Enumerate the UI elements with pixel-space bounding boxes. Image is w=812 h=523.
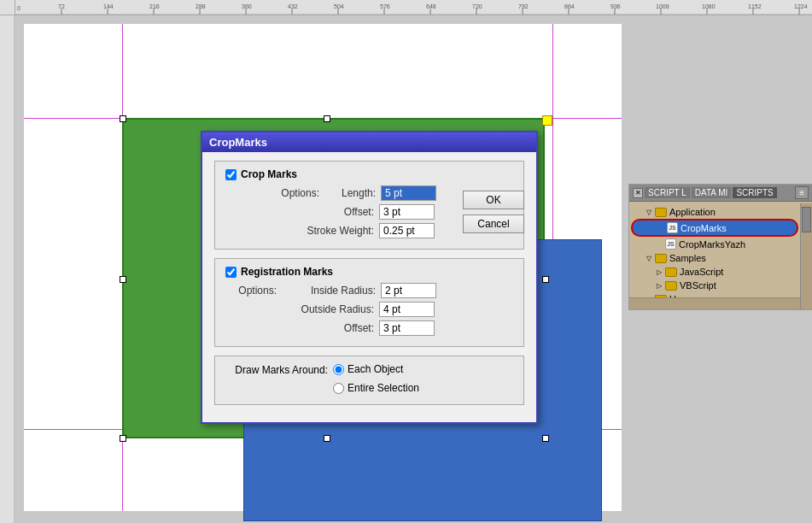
vbscript-label: VBScript bbox=[680, 280, 716, 291]
tree-item-cropmarksyazh[interactable]: JS CropMarksYazh bbox=[631, 237, 798, 251]
script-icon-cropmarksyazh: JS bbox=[665, 238, 676, 250]
folder-icon-samples bbox=[655, 254, 667, 263]
dialog-buttons: OK Cancel bbox=[463, 191, 524, 233]
script-panel-menu-button[interactable]: ≡ bbox=[795, 186, 809, 199]
dialog-titlebar: CropMarks bbox=[202, 132, 536, 152]
options-label: Options: bbox=[225, 187, 319, 199]
tree-item-javascript[interactable]: ▷ JavaScript bbox=[631, 265, 798, 279]
tab-scripts[interactable]: SCRIPTS bbox=[733, 187, 776, 198]
crop-marks-checkbox[interactable] bbox=[225, 169, 237, 180]
handle-tm bbox=[324, 115, 330, 122]
ruler-corner bbox=[0, 0, 15, 15]
svg-text:216: 216 bbox=[149, 3, 160, 9]
outside-radius-row: Outside Radius: bbox=[225, 302, 513, 317]
dialog-title: CropMarks bbox=[209, 136, 267, 149]
svg-text:360: 360 bbox=[242, 3, 252, 9]
tree-arrow-javascript: ▷ bbox=[655, 267, 663, 276]
handle-bm bbox=[324, 435, 330, 442]
handle-bl bbox=[120, 435, 126, 442]
svg-text:504: 504 bbox=[334, 3, 344, 9]
scrollbar-v[interactable] bbox=[800, 203, 812, 309]
draw-marks-row: Draw Marks Around: Each Object Entire Se… bbox=[225, 363, 513, 397]
svg-text:576: 576 bbox=[380, 3, 390, 9]
canvas-area: CropMarks OK Cancel Crop Marks bbox=[15, 15, 812, 523]
draw-marks-label: Draw Marks Around: bbox=[225, 364, 328, 376]
tree-item-samples[interactable]: ▽ Samples bbox=[631, 251, 798, 265]
svg-text:1008: 1008 bbox=[656, 3, 669, 9]
tree-arrow-cropmarksyazh bbox=[655, 240, 663, 249]
inside-radius-input[interactable] bbox=[381, 283, 436, 298]
script-icon-cropmarks: JS bbox=[667, 222, 678, 233]
tab-script-l[interactable]: SCRIPT L bbox=[645, 187, 690, 198]
entire-selection-label: Entire Selection bbox=[348, 382, 419, 394]
script-panel-close-button[interactable]: ✕ bbox=[633, 188, 643, 198]
tree-area: ▽ Application JS CropMarks JS CropMarksY… bbox=[629, 202, 812, 309]
ok-button[interactable]: OK bbox=[463, 191, 524, 209]
reg-offset-row: Offset: bbox=[225, 320, 513, 336]
script-panel: ✕ SCRIPT L DATA MI SCRIPTS ≡ ▽ Applicati… bbox=[628, 184, 812, 310]
script-panel-header: ✕ SCRIPT L DATA MI SCRIPTS ≡ bbox=[629, 185, 812, 202]
length-input[interactable] bbox=[381, 185, 436, 201]
svg-text:432: 432 bbox=[288, 3, 298, 9]
reg-offset-label: Offset: bbox=[225, 322, 374, 334]
scrollbar-thumb[interactable] bbox=[802, 207, 811, 232]
javascript-label: JavaScript bbox=[680, 267, 723, 277]
inside-radius-row: Options: Inside Radius: bbox=[225, 283, 513, 298]
scroll-bottom-bar bbox=[629, 297, 800, 309]
yellow-indicator bbox=[542, 115, 552, 126]
svg-text:1152: 1152 bbox=[748, 3, 762, 9]
tree-item-cropmarks[interactable]: JS CropMarks bbox=[631, 219, 798, 237]
stroke-weight-input[interactable] bbox=[379, 223, 435, 238]
registration-marks-checkbox[interactable] bbox=[225, 267, 237, 278]
handle-mr bbox=[542, 276, 549, 283]
svg-rect-0 bbox=[15, 0, 812, 15]
tree-arrow-vbscript: ▷ bbox=[655, 281, 663, 290]
handle-ml bbox=[120, 276, 126, 283]
entire-selection-row: Entire Selection bbox=[333, 382, 419, 394]
registration-marks-header: Registration Marks bbox=[225, 266, 513, 278]
page: CropMarks OK Cancel Crop Marks bbox=[24, 24, 622, 511]
tab-data-mi[interactable]: DATA MI bbox=[692, 187, 732, 198]
registration-marks-label: Registration Marks bbox=[241, 266, 333, 278]
application-label: Application bbox=[669, 207, 716, 217]
svg-text:0: 0 bbox=[17, 5, 20, 11]
length-label: Length: bbox=[324, 187, 376, 199]
tree-item-application[interactable]: ▽ Application bbox=[631, 205, 798, 219]
svg-text:288: 288 bbox=[196, 3, 206, 9]
cropmarks-dialog: CropMarks OK Cancel Crop Marks bbox=[201, 131, 538, 424]
tree-arrow-samples: ▽ bbox=[645, 254, 653, 262]
offset-label: Offset: bbox=[225, 206, 374, 218]
each-object-label: Each Object bbox=[348, 363, 403, 375]
entire-selection-radio[interactable] bbox=[333, 383, 344, 394]
samples-label: Samples bbox=[669, 253, 706, 263]
outside-radius-label: Outside Radius: bbox=[225, 303, 374, 315]
ruler-left bbox=[0, 0, 15, 523]
svg-text:144: 144 bbox=[103, 3, 114, 9]
script-panel-tabs: SCRIPT L DATA MI SCRIPTS bbox=[645, 187, 777, 198]
handle-tl bbox=[120, 115, 126, 122]
svg-text:1224: 1224 bbox=[794, 3, 808, 9]
crop-marks-header: Crop Marks bbox=[225, 168, 513, 180]
reg-options-label: Options: bbox=[225, 285, 277, 297]
ruler-top: 0 72 144 216 288 360 432 504 576 648 720… bbox=[15, 0, 812, 15]
each-object-row: Each Object bbox=[333, 363, 419, 375]
stroke-weight-label: Stroke Weight: bbox=[225, 225, 374, 237]
svg-text:1080: 1080 bbox=[702, 3, 716, 9]
crop-marks-label: Crop Marks bbox=[241, 168, 297, 180]
svg-text:648: 648 bbox=[426, 3, 436, 9]
tree-arrow-application: ▽ bbox=[645, 208, 653, 216]
svg-rect-37 bbox=[0, 0, 15, 523]
tree-arrow-cropmarks bbox=[657, 224, 665, 232]
svg-text:72: 72 bbox=[58, 3, 65, 9]
reg-offset-input[interactable] bbox=[379, 320, 435, 336]
cancel-button[interactable]: Cancel bbox=[463, 214, 524, 233]
tree-item-vbscript[interactable]: ▷ VBScript bbox=[631, 279, 798, 292]
offset-input[interactable] bbox=[379, 204, 435, 220]
registration-marks-section: Registration Marks Options: Inside Radiu… bbox=[214, 258, 524, 347]
draw-marks-section: Draw Marks Around: Each Object Entire Se… bbox=[214, 356, 524, 405]
each-object-radio[interactable] bbox=[333, 364, 344, 375]
outside-radius-input[interactable] bbox=[379, 302, 435, 317]
svg-text:720: 720 bbox=[472, 3, 482, 9]
folder-icon-vbscript bbox=[665, 281, 677, 291]
cropmarksyazh-label: CropMarksYazh bbox=[679, 239, 745, 250]
